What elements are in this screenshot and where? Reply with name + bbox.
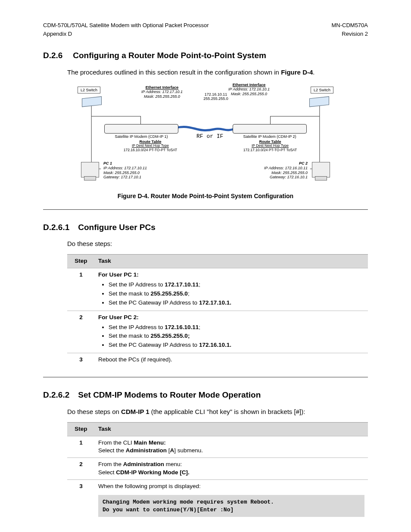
eth-right-hdr: Ethernet Interface (215, 83, 283, 87)
heading-d262-num: D.2.6.2 (43, 389, 76, 401)
list-item: Set the mask to 255.255.255.0; (109, 290, 364, 298)
intro-d26-c: . (313, 68, 314, 76)
link-mask: 255.255.255.0 (196, 96, 235, 101)
step-num: 2 (67, 458, 95, 480)
switch-icon-right (309, 97, 329, 106)
val: 172.16.10.11 (165, 324, 199, 330)
col-step: Step (67, 422, 95, 436)
rt-left-row: 172.16.10.0/24 PT-TO-PT ToSAT (114, 148, 187, 152)
task-lead: For User PC 2: (98, 314, 139, 320)
table-row: 2 From the Administration menu: Select C… (67, 458, 368, 480)
step-task: For User PC 2: Set the IP Address to 172… (95, 311, 368, 353)
table-header-row: Step Task (67, 422, 368, 436)
step-task: From the Administration menu: Select CDM… (95, 458, 368, 480)
route-table-left: Route Table IP Dest Next Hop Type 172.16… (114, 140, 187, 152)
pc1-mask: Mask: 255.255.255.0 (103, 171, 140, 175)
intro-d26-figref: Figure D-4 (281, 68, 313, 76)
eth-left-mask: Mask: 255.255.255.0 (128, 94, 196, 99)
col-task: Task (95, 255, 368, 268)
page-header-row1: CDM-570L/570AL Satellite Modem with Opti… (43, 22, 368, 29)
intro-d26: The procedures outlined in this section … (67, 68, 368, 77)
steps-table-d261: Step Task 1 For User PC 1: Set the IP Ad… (67, 254, 368, 367)
step-num: 1 (67, 268, 95, 311)
txt: Set the IP Address to (109, 281, 165, 288)
eth-right-ip: IP Address: 172.16.10.1 (215, 87, 283, 91)
step-num: 3 (67, 480, 95, 520)
pc2-label: PC 2 IP Address: 172.16.10.11 Mask: 255.… (264, 161, 308, 180)
txt: ] submenu. (174, 447, 203, 454)
step-num: 1 (67, 436, 95, 458)
figure-d4: L2 Switch L2 Switch Ethernet Interface I… (67, 83, 344, 201)
header-left-line2: Appendix D (43, 30, 72, 38)
pc1-name: PC 1 (103, 161, 112, 165)
heading-d261-num: D.2.6.1 (43, 222, 76, 233)
val: Main Menu: (134, 439, 166, 446)
pc1-icon (81, 162, 99, 177)
pc2-ip: IP Address: 172.16.10.11 (264, 166, 308, 170)
txt: Select the (98, 447, 126, 454)
l2-switch-right-text: L2 Switch (311, 87, 333, 93)
pc1-ip: IP Address: 172.17.10.11 (103, 166, 147, 170)
modem-right: Satellite IP Modem (CDM-IP 2) (233, 124, 307, 139)
table-header-row: Step Task (67, 255, 368, 268)
txt: From the CLI (98, 439, 134, 446)
step-task: Reboot the PCs (if required). (95, 353, 368, 367)
val: Administration (126, 447, 167, 454)
heading-d26-num: D.2.6 (43, 50, 71, 62)
val: 172.17.10.1. (199, 299, 231, 306)
link-ip: 172.16.10.11 (196, 92, 235, 96)
divider-2 (43, 377, 368, 377)
txt: ; (199, 324, 200, 330)
figure-d4-caption: Figure D-4. Router Mode Point-to-Point S… (67, 192, 344, 201)
divider-1 (43, 209, 368, 210)
txt: [ (167, 447, 170, 454)
txt: ; (199, 281, 200, 288)
txt: Select (98, 469, 116, 476)
task-lead: For User PC 1: (98, 271, 139, 278)
switch-icon-left (82, 97, 102, 106)
modem-left: Satellite IP Modem (CDM-IP 1) (104, 124, 178, 139)
list-item: Set the PC Gateway IP Address to 172.16.… (109, 341, 364, 349)
intro-d262-c: (the applicable CLI "hot key" is shown i… (149, 408, 305, 415)
table-row: 1 For User PC 1: Set the IP Address to 1… (67, 268, 368, 311)
step-num: 3 (67, 353, 95, 367)
step-task: When the following prompt is displayed: … (95, 480, 368, 520)
step-task: For User PC 1: Set the IP Address to 172… (95, 268, 368, 311)
pc1-gw: Gateway: 172.17.10.1 (103, 175, 141, 179)
txt: From the (98, 461, 123, 467)
val: 172.16.10.1. (199, 342, 231, 348)
pc2-icon (312, 162, 330, 177)
list-item: Set the IP Address to 172.17.10.11; (109, 281, 364, 289)
col-task: Task (95, 422, 368, 436)
intro-d261: Do these steps: (67, 239, 368, 248)
list-item: Set the IP Address to 172.16.10.11; (109, 324, 364, 332)
table-row: 1 From the CLI Main Menu: Select the Adm… (67, 436, 368, 458)
heading-d261-title: Configure User PCs (78, 223, 155, 232)
txt: Set the PC Gateway IP Address to (109, 299, 199, 306)
pc2-name: PC 2 (299, 161, 308, 165)
l2-switch-left-text: L2 Switch (78, 87, 100, 93)
l2-switch-right-label: L2 Switch (311, 88, 333, 92)
l2-switch-left-label: L2 Switch (78, 88, 100, 92)
txt: Set the mask to (109, 333, 151, 339)
header-right-line1: MN-CDM570A (331, 22, 368, 29)
heading-d262-title: Set CDM-IP Modems to Router Mode Operati… (78, 390, 261, 399)
table-row: 2 For User PC 2: Set the IP Address to 1… (67, 311, 368, 353)
txt: menu: (164, 461, 182, 467)
rt-right-row: 172.17.10.0/24 PT-TO-PT ToSAT (234, 148, 307, 152)
pc1-label: PC 1 IP Address: 172.17.10.11 Mask: 255.… (103, 161, 147, 180)
cli-prompt-block: Changing Modem working mode requires sys… (98, 495, 364, 517)
table-row: 3 When the following prompt is displayed… (67, 480, 368, 520)
heading-d262: D.2.6.2 Set CDM-IP Modems to Router Mode… (43, 389, 368, 401)
pc2-gw: Gateway: 172.16.10.1 (270, 175, 308, 179)
pc2-mask: Mask: 255.255.255.0 (271, 171, 308, 175)
col-step: Step (67, 255, 95, 268)
eth-left-hdr: Ethernet Interface (128, 85, 196, 90)
val: CDM-IP Working Mode [C]. (116, 469, 190, 476)
val: Administration (123, 461, 164, 467)
intro-d262-a: Do these steps on (67, 408, 121, 415)
list-item: Set the PC Gateway IP Address to 172.17.… (109, 299, 364, 307)
intro-d262: Do these steps on CDM-IP 1 (the applicab… (67, 407, 368, 416)
diagram: L2 Switch L2 Switch Ethernet Interface I… (67, 83, 344, 186)
modem-left-label: Satellite IP Modem (CDM-IP 1) (104, 134, 178, 139)
